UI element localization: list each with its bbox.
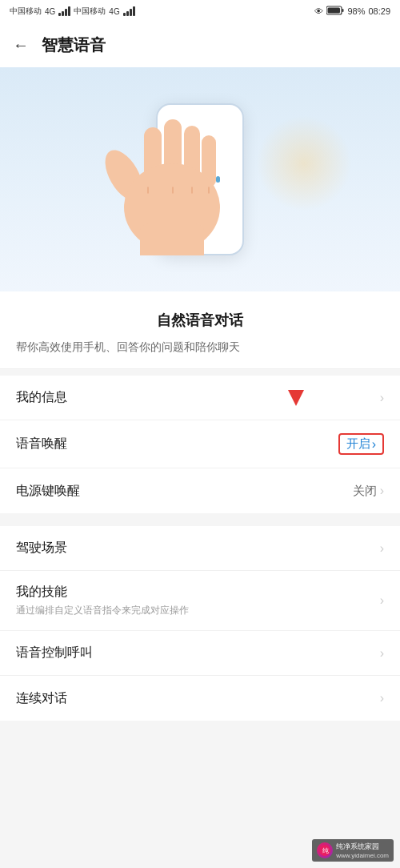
content-intro-section: 自然语音对话 帮你高效使用手机、回答你的问题和陪你聊天 — [0, 291, 400, 369]
signal-bars-2 — [123, 6, 135, 16]
chevron-icon-voice-call: › — [380, 646, 384, 661]
settings-item-driving[interactable]: 驾驶场景 › — [0, 526, 400, 571]
item-right-continuous-dialog: › — [380, 691, 384, 705]
item-left-skills: 我的技能 通过编排自定义语音指令来完成对应操作 — [16, 584, 380, 617]
status-right: 👁 98% 08:29 — [314, 6, 390, 17]
svg-rect-1 — [342, 9, 344, 12]
power-wake-value: 关闭 — [353, 484, 377, 499]
settings-item-my-info[interactable]: 我的信息 › — [0, 376, 400, 420]
intro-title: 自然语音对话 — [16, 311, 384, 330]
settings-item-voice-call[interactable]: 语音控制呼叫 › — [0, 631, 400, 676]
page-title: 智慧语音 — [42, 34, 106, 56]
carrier1-label: 中国移动 — [10, 6, 42, 17]
voice-wake-value: 开启 — [346, 436, 370, 452]
chevron-icon-power-wake: › — [380, 484, 384, 498]
eye-icon: 👁 — [314, 6, 323, 16]
signal-4g: 4G — [45, 7, 55, 16]
my-info-title: 我的信息 — [16, 389, 380, 406]
item-left-voice-call: 语音控制呼叫 — [16, 645, 380, 661]
settings-group-1: 我的信息 › 语音唤醒 开启 › 电源键唤醒 关闭 › — [0, 376, 400, 513]
status-bar: 中国移动 4G 中国移动 4G 👁 98% 08:29 — [0, 0, 400, 22]
status-carriers: 中国移动 4G 中国移动 4G — [10, 6, 135, 17]
watermark-icon: 纯 — [317, 842, 333, 858]
continuous-dialog-title: 连续对话 — [16, 690, 380, 707]
chevron-icon-skills: › — [380, 593, 384, 608]
item-left-driving: 驾驶场景 — [16, 540, 380, 557]
watermark-text: 纯净系统家园 www.yidaimei.com — [336, 842, 389, 859]
item-left-power-wake: 电源键唤醒 — [16, 483, 353, 500]
page-header: ← 智慧语音 — [0, 22, 400, 67]
settings-item-continuous-dialog[interactable]: 连续对话 › — [0, 676, 400, 721]
settings-group-2: 驾驶场景 › 我的技能 通过编排自定义语音指令来完成对应操作 › 语音控制呼叫 … — [0, 526, 400, 721]
skills-title: 我的技能 — [16, 584, 380, 601]
item-right-voice-wake: 开启 › — [338, 433, 384, 455]
svg-text:纯: 纯 — [322, 847, 329, 854]
item-left-continuous-dialog: 连续对话 — [16, 690, 380, 707]
carrier2-label: 中国移动 — [74, 6, 106, 17]
group-divider-1 — [0, 513, 400, 520]
hand-illustration — [100, 79, 228, 255]
voice-call-title: 语音控制呼叫 — [16, 645, 380, 661]
battery-percentage: 98% — [347, 6, 365, 16]
item-left-my-info: 我的信息 — [16, 389, 380, 406]
glow-decoration — [256, 115, 352, 211]
svg-rect-2 — [328, 8, 341, 14]
signal-4g-2: 4G — [109, 7, 119, 16]
battery-icon — [326, 6, 344, 17]
chevron-icon-continuous-dialog: › — [380, 691, 384, 705]
voice-wake-highlight-box: 开启 › — [338, 433, 384, 455]
item-right-power-wake: 关闭 › — [353, 484, 384, 499]
item-right-my-info: › — [380, 391, 384, 405]
chevron-icon-voice-wake: › — [372, 437, 376, 452]
signal-bars-1 — [58, 6, 70, 16]
settings-item-voice-wake[interactable]: 语音唤醒 开启 › — [0, 420, 400, 468]
skills-subtitle: 通过编排自定义语音指令来完成对应操作 — [16, 603, 380, 617]
svg-rect-9 — [140, 223, 204, 255]
power-wake-title: 电源键唤醒 — [16, 483, 353, 500]
voice-wake-title: 语音唤醒 — [16, 436, 338, 452]
item-left-voice-wake: 语音唤醒 — [16, 436, 338, 452]
item-right-skills: › — [380, 593, 384, 608]
driving-title: 驾驶场景 — [16, 540, 380, 557]
watermark: 纯 纯净系统家园 www.yidaimei.com — [312, 839, 394, 862]
hero-section — [0, 67, 400, 291]
intro-description: 帮你高效使用手机、回答你的问题和陪你聊天 — [16, 338, 384, 356]
chevron-icon-my-info: › — [380, 391, 384, 405]
phone-illustration — [156, 103, 244, 255]
item-right-driving: › — [380, 541, 384, 556]
time-display: 08:29 — [368, 6, 390, 16]
back-button[interactable]: ← — [13, 36, 29, 54]
settings-item-power-wake[interactable]: 电源键唤醒 关闭 › — [0, 468, 400, 513]
item-right-voice-call: › — [380, 646, 384, 661]
settings-item-skills[interactable]: 我的技能 通过编排自定义语音指令来完成对应操作 › — [0, 571, 400, 631]
chevron-icon-driving: › — [380, 541, 384, 556]
